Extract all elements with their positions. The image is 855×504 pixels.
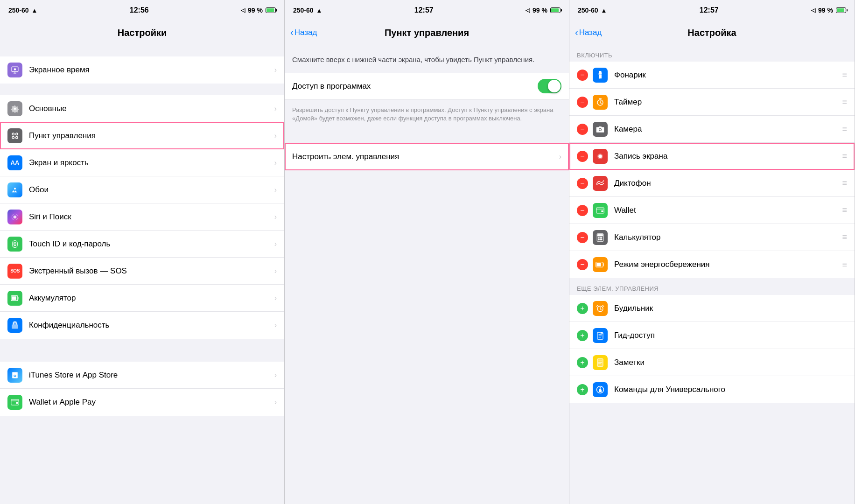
plus-alarm[interactable]: +	[577, 303, 588, 314]
drag-handle-timer: ≡	[838, 97, 847, 107]
settings-item-control-center[interactable]: Пункт управления ›	[0, 122, 284, 149]
alarm-label: Будильник	[614, 304, 847, 313]
configure-row[interactable]: Настроить элем. управления ›	[285, 143, 569, 170]
camera-icon	[593, 122, 608, 137]
svg-rect-13	[12, 296, 16, 300]
divider-1	[0, 84, 284, 95]
control-center-icon	[7, 128, 22, 143]
include-item-camera[interactable]: − Камера ≡	[569, 116, 855, 143]
toggle-group: Доступ в программах	[285, 73, 569, 100]
chevron-sos: ›	[274, 267, 277, 275]
svg-point-3	[14, 68, 16, 70]
settings-item-general[interactable]: Основные ›	[0, 95, 284, 122]
settings-list-1: Экранное время › Основные › Пункт управл…	[0, 45, 284, 504]
settings-item-touchid[interactable]: Touch ID и код-пароль ›	[0, 231, 284, 258]
guided-label: Гид-доступ	[614, 331, 847, 340]
minus-lowpower[interactable]: −	[577, 259, 588, 270]
include-item-calculator[interactable]: − Калькулятор ≡	[569, 224, 855, 251]
general-label: Основные	[29, 104, 274, 113]
include-item-timer[interactable]: − Таймер ≡	[569, 89, 855, 116]
more-item-universal[interactable]: + Команды для Универсального	[569, 376, 855, 403]
svg-point-30	[598, 237, 599, 238]
divider-p3-bottom	[569, 404, 855, 415]
page-title-3: Настройка	[687, 28, 736, 38]
plus-universal[interactable]: +	[577, 384, 588, 395]
svg-point-6	[16, 133, 18, 135]
svg-point-46	[600, 387, 601, 389]
wallet-apple-pay-label: Wallet и Apple Pay	[29, 398, 274, 407]
screen-time-icon	[7, 63, 22, 77]
drag-handle-calculator: ≡	[838, 232, 847, 242]
settings-item-itunes[interactable]: iTunes Store и App Store ›	[0, 362, 284, 389]
drag-handle-lowpower: ≡	[838, 260, 847, 270]
wallpaper-label: Обои	[29, 185, 274, 195]
back-chevron-2: ‹	[290, 28, 294, 37]
chevron-display: ›	[274, 159, 277, 167]
minus-screen-record[interactable]: −	[577, 151, 588, 162]
access-toggle[interactable]	[538, 79, 561, 93]
toggle-knob	[548, 80, 561, 92]
more-item-notes[interactable]: + Заметки	[569, 349, 855, 376]
minus-calculator[interactable]: −	[577, 232, 588, 243]
include-item-dictaphone[interactable]: − Диктофон ≡	[569, 170, 855, 197]
include-item-wallet[interactable]: − Wallet ≡	[569, 197, 855, 224]
calculator-icon	[593, 230, 608, 245]
minus-flashlight[interactable]: −	[577, 70, 588, 81]
settings-item-privacy[interactable]: Конфиденциальность ›	[0, 312, 284, 339]
settings-item-battery[interactable]: Аккумулятор ›	[0, 285, 284, 312]
svg-point-10	[14, 215, 17, 218]
settings-item-siri[interactable]: Siri и Поиск ›	[0, 203, 284, 231]
include-item-lowpower[interactable]: − Режим энергосбережения ≡	[569, 251, 855, 278]
configure-label: Настроить элем. управления	[292, 152, 559, 161]
more-item-alarm[interactable]: + Будильник	[569, 295, 855, 322]
minus-timer[interactable]: −	[577, 97, 588, 108]
access-toggle-row[interactable]: Доступ в программах	[285, 73, 569, 100]
status-bar-3: 250-60 ▲ 12:57 ◁ 99 %	[569, 0, 855, 21]
guided-icon	[593, 328, 608, 343]
minus-wallet[interactable]: −	[577, 205, 588, 216]
calculator-label: Калькулятор	[614, 233, 838, 242]
settings-item-display[interactable]: AA Экран и яркость ›	[0, 149, 284, 176]
display-icon: AA	[7, 155, 22, 170]
settings-group-bottom: iTunes Store и App Store › Wallet и Appl…	[0, 362, 284, 416]
status-right-3: ◁ 99 %	[811, 7, 846, 14]
touchid-icon	[7, 237, 22, 252]
include-item-flashlight[interactable]: − Фонарик ≡	[569, 62, 855, 89]
drag-handle-dictaphone: ≡	[838, 178, 847, 188]
status-right-2: ◁ 99 %	[526, 7, 561, 14]
page-title-2: Пункт управления	[385, 28, 469, 38]
minus-camera[interactable]: −	[577, 124, 588, 135]
chevron-control-center: ›	[274, 132, 277, 140]
more-item-guided[interactable]: + Гид-доступ	[569, 322, 855, 349]
plus-notes[interactable]: +	[577, 357, 588, 368]
settings-item-screen-time[interactable]: Экранное время ›	[0, 56, 284, 84]
panel-settings: 250-60 ▲ 12:56 ◁ 99 % Настройки Экранное…	[0, 0, 285, 504]
divider-3	[0, 350, 284, 362]
section-include-label: ВКЛЮЧИТЬ	[577, 52, 612, 59]
status-bar-1: 250-60 ▲ 12:56 ◁ 99 %	[0, 0, 284, 21]
settings-item-wallpaper[interactable]: Обои ›	[0, 176, 284, 203]
include-item-screen-record[interactable]: − Запись экрана ≡	[569, 143, 855, 170]
siri-label: Siri и Поиск	[29, 212, 274, 222]
settings-item-sos[interactable]: SOS Экстренный вызов — SOS ›	[0, 258, 284, 285]
chevron-itunes: ›	[274, 371, 277, 379]
screen-record-label: Запись экрана	[614, 152, 838, 161]
back-button-2[interactable]: ‹ Назад	[290, 28, 317, 37]
flashlight-label: Фонарик	[614, 70, 838, 80]
settings-item-wallet[interactable]: Wallet и Apple Pay ›	[0, 389, 284, 416]
settings-group-general: Основные › Пункт управления › AA Экран и…	[0, 95, 284, 339]
drag-handle-wallet: ≡	[838, 205, 847, 215]
back-button-3[interactable]: ‹ Назад	[575, 28, 602, 37]
section-header-include: ВКЛЮЧИТЬ	[569, 45, 855, 62]
chevron-battery: ›	[274, 294, 277, 302]
minus-dictaphone[interactable]: −	[577, 178, 588, 189]
battery-icon-2	[550, 7, 561, 13]
plus-guided[interactable]: +	[577, 330, 588, 341]
back-label-2: Назад	[294, 28, 317, 37]
nav-bar-1: Настройки	[0, 21, 284, 45]
svg-point-35	[601, 239, 602, 240]
wallet-settings-icon	[7, 395, 22, 410]
itunes-label: iTunes Store и App Store	[29, 371, 274, 380]
status-left-1: 250-60 ▲	[8, 7, 37, 14]
wifi-icon-1: ▲	[32, 7, 38, 14]
